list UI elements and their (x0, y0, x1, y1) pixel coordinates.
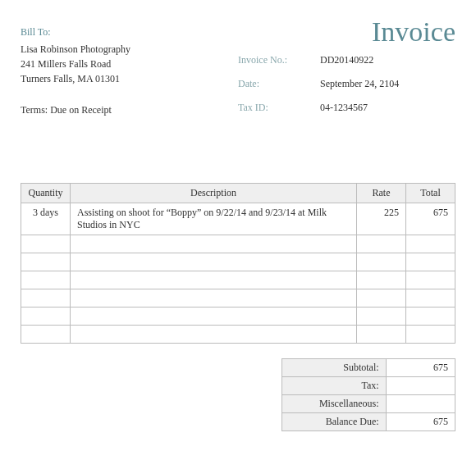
meta-block: Invoice Invoice No.: DD20140922 Date: Se… (238, 16, 455, 125)
cell-quantity (21, 271, 71, 289)
invoice-no-label: Invoice No.: (238, 54, 320, 66)
cell-total (406, 253, 455, 271)
table-row: 3 daysAssisting on shoot for “Boppy” on … (21, 203, 455, 235)
cell-quantity (21, 235, 71, 253)
cell-rate (357, 253, 406, 271)
cell-rate (357, 289, 406, 308)
balance-value: 675 (386, 413, 455, 431)
table-row (21, 235, 455, 253)
bill-to-block: Bill To: Lisa Robinson Photography 241 M… (21, 16, 238, 125)
cell-total (406, 326, 455, 344)
cell-rate (357, 308, 406, 326)
cell-description (71, 235, 357, 253)
subtotal-value: 675 (386, 359, 455, 377)
bill-to-name: Lisa Robinson Photography (21, 42, 238, 57)
cell-rate (357, 271, 406, 289)
subtotal-label: Subtotal: (282, 359, 387, 377)
cell-quantity: 3 days (21, 203, 71, 235)
meta-row-invoice-no: Invoice No.: DD20140922 (238, 54, 455, 66)
cell-quantity (21, 326, 71, 344)
tax-id-value: 04-1234567 (320, 102, 455, 114)
table-row (21, 289, 455, 308)
tax-label: Tax: (282, 377, 387, 395)
misc-value (386, 395, 455, 413)
cell-total (406, 235, 455, 253)
items-table: Quantity Description Rate Total 3 daysAs… (21, 183, 455, 344)
cell-total (406, 271, 455, 289)
cell-description (71, 271, 357, 289)
tax-row: Tax: (282, 377, 455, 395)
cell-quantity (21, 289, 71, 308)
cell-total (406, 308, 455, 326)
cell-rate (357, 235, 406, 253)
misc-row: Miscellaneous: (282, 395, 455, 413)
tax-value (386, 377, 455, 395)
table-row (21, 308, 455, 326)
cell-rate (357, 326, 406, 344)
cell-total: 675 (406, 203, 455, 235)
spacer (21, 134, 455, 183)
cell-description (71, 289, 357, 308)
meta-row-tax-id: Tax ID: 04-1234567 (238, 102, 455, 114)
cell-total (406, 289, 455, 308)
col-quantity: Quantity (21, 184, 71, 203)
cell-rate: 225 (357, 203, 406, 235)
balance-row: Balance Due: 675 (282, 413, 455, 431)
misc-label: Miscellaneous: (282, 395, 387, 413)
meta-row-date: Date: September 24, 2104 (238, 78, 455, 90)
tax-id-label: Tax ID: (238, 102, 320, 114)
table-row (21, 271, 455, 289)
bill-to-label: Bill To: (21, 26, 238, 39)
terms: Terms: Due on Receipt (21, 104, 238, 116)
cell-quantity (21, 253, 71, 271)
subtotal-row: Subtotal: 675 (282, 359, 455, 377)
bill-to-street: 241 Millers Falls Road (21, 57, 238, 71)
col-rate: Rate (357, 184, 406, 203)
table-row (21, 326, 455, 344)
cell-quantity (21, 308, 71, 326)
col-total: Total (406, 184, 455, 203)
bill-to-city: Turners Falls, MA 01301 (21, 71, 238, 86)
balance-label: Balance Due: (282, 413, 387, 431)
header: Bill To: Lisa Robinson Photography 241 M… (21, 16, 455, 125)
cell-description (71, 253, 357, 271)
table-row (21, 253, 455, 271)
invoice-no-value: DD20140922 (320, 54, 455, 66)
cell-description (71, 326, 357, 344)
cell-description: Assisting on shoot for “Boppy” on 9/22/1… (71, 203, 357, 235)
table-header-row: Quantity Description Rate Total (21, 184, 455, 203)
date-value: September 24, 2104 (320, 78, 455, 90)
totals-table: Subtotal: 675 Tax: Miscellaneous: Balanc… (281, 358, 455, 431)
date-label: Date: (238, 78, 320, 90)
cell-description (71, 308, 357, 326)
page-title: Invoice (238, 16, 455, 48)
col-description: Description (71, 184, 357, 203)
